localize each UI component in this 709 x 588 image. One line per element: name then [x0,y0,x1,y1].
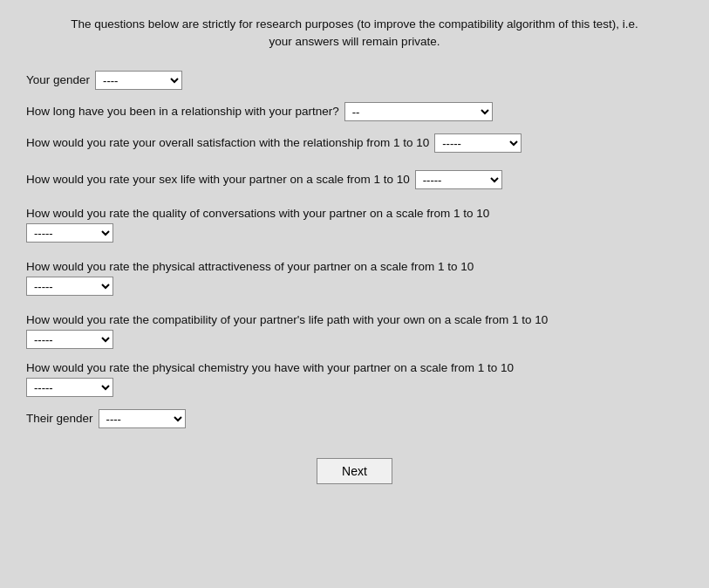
next-button-row: Next [26,458,683,484]
life-path-compatibility-select[interactable]: ----- 12345 678910 [26,330,113,349]
conversation-quality-label: How would you rate the quality of conver… [26,207,678,220]
conversation-quality-select[interactable]: ----- 12345 678910 [26,223,113,243]
relationship-duration-select[interactable]: -- Less than 1 year 1-2 years 2-5 years … [344,102,493,121]
physical-attractiveness-row: How would you rate the physical attracti… [26,260,683,296]
their-gender-row: Their gender ---- Male Female Other [26,409,683,428]
their-gender-label: Their gender [26,412,93,425]
sex-life-row: How would you rate your sex life with yo… [26,170,683,189]
physical-chemistry-select[interactable]: ----- 12345 678910 [26,378,113,397]
gender-label: Your gender [26,73,90,86]
page-container: The questions below are strictly for res… [0,0,709,588]
intro-text: The questions below are strictly for res… [26,16,683,51]
life-path-compatibility-label: How would you rate the compatibility of … [26,313,678,326]
overall-satisfaction-row: How would you rate your overall satisfac… [26,133,683,153]
overall-satisfaction-select[interactable]: ----- 12345 678910 [434,133,522,153]
gender-select[interactable]: ---- Male Female Other [95,71,182,90]
sex-life-label: How would you rate your sex life with yo… [26,173,410,186]
physical-attractiveness-label: How would you rate the physical attracti… [26,260,678,273]
conversation-quality-row: How would you rate the quality of conver… [26,207,683,243]
relationship-duration-row: How long have you been in a relationship… [26,102,683,121]
form-section: Your gender ---- Male Female Other How l… [26,71,683,441]
physical-attractiveness-select[interactable]: ----- 12345 678910 [26,277,113,296]
life-path-compatibility-row: How would you rate the compatibility of … [26,313,683,349]
intro-paragraph: The questions below are strictly for res… [71,17,638,48]
gender-row: Your gender ---- Male Female Other [26,71,683,90]
overall-satisfaction-label: How would you rate your overall satisfac… [26,136,429,149]
physical-chemistry-label: How would you rate the physical chemistr… [26,361,678,374]
sex-life-select[interactable]: ----- 12345 678910 [415,170,502,189]
relationship-duration-label: How long have you been in a relationship… [26,105,339,118]
their-gender-select[interactable]: ---- Male Female Other [99,409,186,428]
physical-chemistry-row: How would you rate the physical chemistr… [26,361,683,397]
next-button[interactable]: Next [317,458,392,484]
